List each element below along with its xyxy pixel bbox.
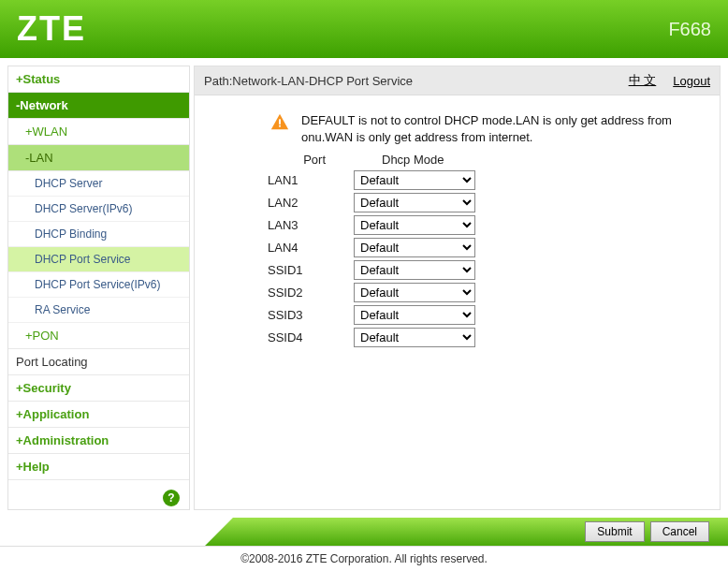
cancel-button[interactable]: Cancel (650, 521, 709, 542)
dhcp-mode-select[interactable]: DefaultLANWAN (354, 305, 475, 325)
logout-link[interactable]: Logout (673, 74, 710, 88)
svg-rect-0 (279, 119, 281, 124)
port-row: LAN4DefaultLANWAN (260, 238, 701, 257)
language-link[interactable]: 中 文 (629, 72, 657, 89)
sidebar-item-status[interactable]: +Status (8, 66, 189, 93)
port-label: SSID4 (260, 330, 326, 344)
port-row: LAN1DefaultLANWAN (260, 170, 701, 190)
port-label: LAN1 (260, 173, 326, 187)
sidebar-item-help[interactable]: +Help (8, 454, 189, 480)
svg-rect-1 (279, 125, 281, 127)
sidebar-item-pon[interactable]: +PON (8, 323, 189, 349)
port-row: SSID4DefaultLANWAN (260, 328, 701, 347)
path-bar: Path:Network-LAN-DHCP Port Service 中 文 L… (195, 66, 720, 95)
content-panel: Path:Network-LAN-DHCP Port Service 中 文 L… (194, 66, 721, 510)
port-label: SSID1 (260, 263, 326, 277)
port-label: LAN2 (260, 196, 326, 210)
dhcp-mode-select[interactable]: DefaultLANWAN (354, 193, 475, 212)
col-header-mode: Dhcp Mode (382, 153, 444, 167)
port-label: SSID3 (260, 308, 326, 322)
sidebar-item-network[interactable]: -Network (8, 93, 189, 119)
sidebar-item-application[interactable]: +Application (8, 402, 189, 428)
model-label: F668 (668, 19, 711, 40)
dhcp-mode-select[interactable]: DefaultLANWAN (354, 238, 475, 257)
warning-icon (269, 112, 290, 133)
sidebar-item-administration[interactable]: +Administration (8, 428, 189, 454)
dhcp-mode-select[interactable]: DefaultLANWAN (354, 170, 475, 190)
dhcp-mode-select[interactable]: DefaultLANWAN (354, 283, 475, 302)
sidebar-leaf-dhcp-server[interactable]: DHCP Server (8, 171, 189, 197)
port-label: SSID2 (260, 286, 326, 300)
submit-button[interactable]: Submit (585, 521, 644, 542)
port-row: SSID1DefaultLANWAN (260, 260, 701, 280)
dhcp-mode-select[interactable]: DefaultLANWAN (354, 328, 475, 347)
port-row: LAN2DefaultLANWAN (260, 193, 701, 212)
dhcp-mode-select[interactable]: DefaultLANWAN (354, 215, 475, 235)
sidebar-item-wlan[interactable]: +WLAN (8, 119, 189, 145)
sidebar-item-port-locating[interactable]: Port Locating (8, 349, 189, 375)
sidebar-leaf-dhcp-port-service-ipv6[interactable]: DHCP Port Service(IPv6) (8, 272, 189, 298)
col-header-port: Port (260, 153, 326, 167)
logo: ZTE (17, 9, 86, 49)
sidebar-leaf-dhcp-server-ipv6[interactable]: DHCP Server(IPv6) (8, 197, 189, 222)
port-row: LAN3DefaultLANWAN (260, 215, 701, 235)
warning-text: DEFAULT is not to control DHCP mode.LAN … (301, 112, 701, 145)
sidebar-item-lan[interactable]: -LAN (8, 145, 189, 171)
port-row: SSID3DefaultLANWAN (260, 305, 701, 325)
port-label: LAN4 (260, 241, 326, 255)
footer-bar: Submit Cancel (0, 518, 728, 546)
sidebar-item-security[interactable]: +Security (8, 375, 189, 402)
dhcp-mode-select[interactable]: DefaultLANWAN (354, 260, 475, 280)
breadcrumb: Path:Network-LAN-DHCP Port Service (204, 74, 612, 88)
help-icon[interactable]: ? (163, 490, 180, 506)
sidebar-leaf-dhcp-binding[interactable]: DHCP Binding (8, 222, 189, 247)
sidebar-leaf-dhcp-port-service[interactable]: DHCP Port Service (8, 247, 189, 272)
sidebar: +Status -Network +WLAN -LAN DHCP Server … (7, 66, 190, 510)
copyright-text: ©2008-2016 ZTE Corporation. All rights r… (0, 546, 728, 571)
sidebar-leaf-ra-service[interactable]: RA Service (8, 298, 189, 323)
port-row: SSID2DefaultLANWAN (260, 283, 701, 302)
port-label: LAN3 (260, 218, 326, 232)
header-bar: ZTE F668 (0, 0, 728, 58)
